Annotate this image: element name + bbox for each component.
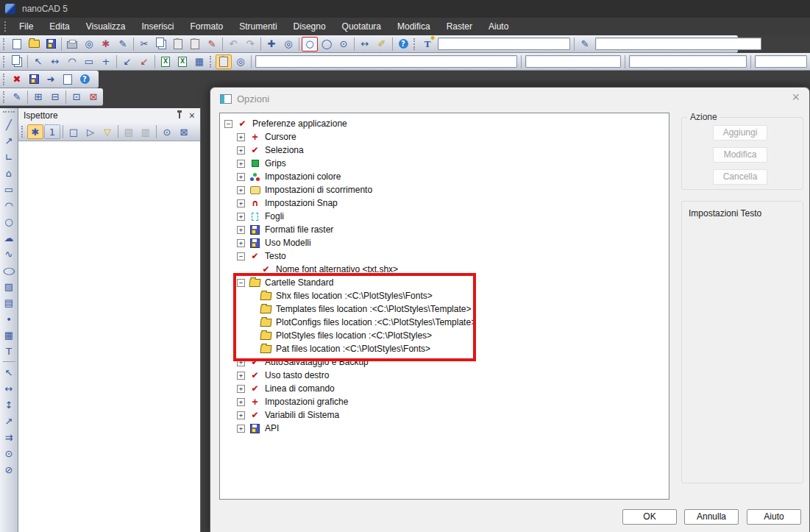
tree-item-autosalvataggio-e-backup[interactable]: +✔AutoSalvataggio e Backup <box>220 355 669 369</box>
dim-linear-button[interactable]: ↔ <box>1 381 17 396</box>
insert-image-button[interactable]: ▤ <box>1 295 17 310</box>
quick-leader-button[interactable]: ↙ <box>119 54 135 69</box>
draw-circle-button[interactable]: ○ <box>1 214 17 229</box>
dim-diameter-button[interactable]: ⊘ <box>1 462 17 477</box>
tree-item-variabili-di-sistema[interactable]: +✔Variabili di Sistema <box>220 408 669 422</box>
select-single-button[interactable]: 1 <box>44 124 60 139</box>
new-file-button[interactable] <box>9 37 25 52</box>
draw-spline-button[interactable]: ∿ <box>1 247 17 261</box>
menu-aiuto[interactable]: Aiuto <box>480 18 516 35</box>
help-button[interactable]: ? <box>395 37 411 52</box>
copy-button[interactable] <box>153 37 169 52</box>
select-cross-button[interactable]: ⊠ <box>176 124 192 139</box>
tree-item-cartelle-standard[interactable]: −Cartelle Standard <box>220 276 669 289</box>
print-preview-button[interactable]: ◎ <box>81 37 97 52</box>
menu-raster[interactable]: Raster <box>438 18 480 35</box>
tree-expand-toggle[interactable]: − <box>237 279 245 287</box>
tree-expand-toggle[interactable]: + <box>237 133 245 141</box>
dim-vertical-button[interactable]: ↕ <box>1 397 17 412</box>
toolbar-grip[interactable] <box>210 56 213 68</box>
tree-expand-toggle[interactable]: + <box>237 146 245 155</box>
menu-file[interactable]: File <box>11 18 41 35</box>
save-file-button[interactable] <box>43 37 59 52</box>
edit-block-button[interactable]: ✎ <box>9 90 25 104</box>
menu-edita[interactable]: Edita <box>41 18 77 35</box>
dimension-edit-button[interactable]: ↖ <box>30 54 46 69</box>
paste-special-button[interactable] <box>187 37 203 52</box>
tree-item-formati-file-raster[interactable]: +Formati file raster <box>220 223 669 236</box>
tree-item-pat-files-location-c-plotstyles-fonts[interactable]: Pat files location :<C:\PlotStyles\Fonts… <box>220 342 669 355</box>
tree-expand-toggle[interactable]: + <box>237 358 245 366</box>
tree-item-nome-font-alternativo-txt-shx[interactable]: ✔Nome font alternativo <txt.shx> <box>220 263 669 276</box>
measure-distance-button[interactable]: ↔ <box>357 37 373 52</box>
tree-item-impostazioni-di-scorrimento[interactable]: +Impostazioni di scorrimento <box>220 183 669 196</box>
insert-table-button[interactable]: ▦ <box>1 327 17 342</box>
tree-expand-toggle[interactable]: + <box>237 160 245 168</box>
tree-item-preferenze-applicazione[interactable]: −✔Preferenze applicazione <box>220 117 669 130</box>
tree-item-fogli[interactable]: +Fogli <box>220 210 669 223</box>
command-combo-1[interactable] <box>255 55 517 68</box>
save-document-check-button[interactable] <box>26 72 42 87</box>
tree-item-grips[interactable]: +Grips <box>220 157 669 170</box>
tree-item-uso-modelli[interactable]: +Uso Modelli <box>220 236 669 249</box>
text-style-button[interactable]: T <box>419 37 436 52</box>
tree-expand-toggle[interactable]: + <box>237 199 245 208</box>
table-export-button[interactable]: X <box>174 54 191 69</box>
select-window-button[interactable]: □ <box>65 124 82 139</box>
annulla-button[interactable]: Annulla <box>684 509 739 525</box>
zoom-dynamic-button[interactable]: ◯ <box>319 37 335 52</box>
tree-expand-toggle[interactable]: − <box>224 120 232 128</box>
menu-disegno[interactable]: Disegno <box>285 18 334 35</box>
ruler-button[interactable]: ✐ <box>374 37 390 52</box>
tree-item-impostazioni-grafiche[interactable]: ++Impostazioni grafiche <box>220 395 669 408</box>
paste-button[interactable] <box>170 37 186 52</box>
page-setup-button[interactable]: ✎ <box>115 37 131 52</box>
zoom-orbit-button[interactable]: ◎ <box>280 37 296 52</box>
zoom-window-button[interactable]: ○ <box>302 37 318 52</box>
dim-baseline-button[interactable]: ⇉ <box>1 430 17 444</box>
pin-icon[interactable] <box>179 113 180 118</box>
close-icon[interactable]: × <box>189 110 195 121</box>
select-all-grips-button[interactable]: ✱ <box>27 124 43 139</box>
dimension-style-combo[interactable] <box>595 38 761 50</box>
redo-button[interactable]: ↷ <box>242 37 258 52</box>
draw-revision-cloud-button[interactable]: ☁ <box>1 230 17 245</box>
print-settings-button[interactable]: ✱ <box>98 37 114 52</box>
command-combo-3[interactable] <box>629 55 747 68</box>
table-edit-button[interactable]: ▦ <box>191 54 207 69</box>
toolbar-grip[interactable] <box>3 91 7 103</box>
selection-filter-button[interactable]: ▽ <box>99 124 116 139</box>
export-file-button[interactable] <box>60 72 76 87</box>
cut-button[interactable]: ✂ <box>136 37 152 52</box>
draw-polygon-button[interactable]: ⌂ <box>1 166 17 180</box>
dimension-frame-button[interactable]: ▭ <box>81 54 97 69</box>
tree-expand-toggle[interactable]: + <box>237 372 245 380</box>
modifica-button[interactable]: Modifica <box>713 147 767 163</box>
text-style-combo[interactable] <box>438 38 570 50</box>
aggiungi-button[interactable]: Aggiungi <box>713 125 767 141</box>
tree-item-impostazioni-snap[interactable]: +∩Impostazioni Snap <box>220 196 669 210</box>
paste-selection-button[interactable]: ▥ <box>138 124 154 139</box>
tree-expand-toggle[interactable]: + <box>237 226 245 234</box>
tree-expand-toggle[interactable]: + <box>237 239 245 247</box>
dim-aligned-button[interactable]: ↗ <box>1 414 17 428</box>
pan-button[interactable]: ✚ <box>263 37 280 52</box>
command-combo-2[interactable] <box>525 55 621 68</box>
tree-item-templates-files-location-c-plotstyles-template[interactable]: Templates files location :<C:\PlotStyles… <box>220 302 669 316</box>
toolbar-grip[interactable] <box>3 74 7 85</box>
tree-expand-toggle[interactable]: + <box>237 398 245 406</box>
clipboard-collect-button[interactable] <box>216 54 232 69</box>
copy-properties-button[interactable] <box>9 54 25 69</box>
draw-line-button[interactable]: ╱ <box>1 117 17 132</box>
menu-visualizza[interactable]: Visualizza <box>78 18 134 35</box>
draw-point-button[interactable]: ∙ <box>1 311 17 326</box>
undo-button[interactable]: ↶ <box>225 37 241 52</box>
draw-text-button[interactable]: T <box>1 344 17 358</box>
table-import-button[interactable]: X <box>157 54 174 69</box>
ok-button[interactable]: OK <box>622 509 677 525</box>
dialog-close-icon[interactable]: × <box>792 90 800 105</box>
print-button[interactable] <box>64 37 80 52</box>
select-circle-button[interactable]: ⊙ <box>159 124 175 139</box>
tree-expand-toggle[interactable]: + <box>237 213 245 221</box>
dimension-linear-button[interactable]: ↔ <box>47 54 63 69</box>
